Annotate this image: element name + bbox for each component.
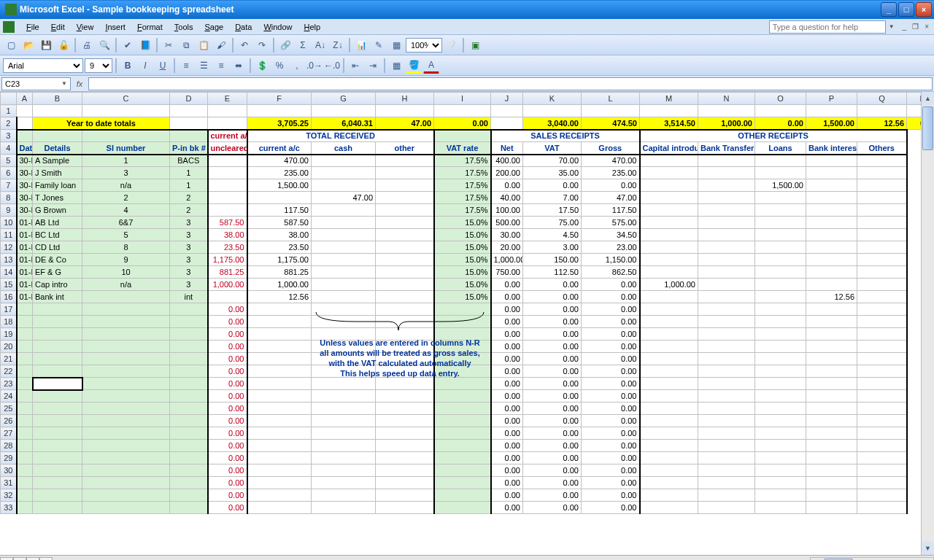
cell[interactable]: 0.00 (582, 502, 640, 514)
cell-L[interactable]: 0.00 (523, 279, 582, 291)
cell-L[interactable]: 150.00 (523, 254, 582, 266)
cell[interactable] (82, 502, 170, 514)
bold-icon[interactable]: B (120, 58, 136, 74)
cell-N[interactable] (640, 204, 698, 217)
cell[interactable] (434, 130, 491, 142)
row-header-28[interactable]: 28 (1, 440, 17, 452)
name-box[interactable]: C23▼ (1, 77, 71, 90)
cell-Q[interactable]: 12.56 (806, 291, 857, 303)
col-header-F[interactable]: F (247, 93, 312, 105)
cell-O[interactable] (698, 179, 755, 192)
copy-icon[interactable]: ⧉ (178, 37, 194, 53)
cell[interactable] (755, 341, 806, 353)
cell[interactable] (434, 328, 491, 341)
cell[interactable] (33, 316, 82, 328)
increase-indent-icon[interactable]: ⇥ (365, 58, 381, 74)
cell-Q[interactable] (806, 266, 857, 279)
total-G[interactable]: 6,040.31 (312, 117, 376, 130)
hdr-uncleared[interactable]: uncleared items (208, 142, 247, 155)
save-icon[interactable]: 💾 (38, 37, 54, 53)
cell[interactable]: 0.00 (208, 341, 247, 353)
row-header-24[interactable]: 24 (1, 390, 17, 402)
hdr-net[interactable]: Net (491, 142, 523, 155)
cell[interactable] (806, 390, 857, 402)
pivot-icon[interactable]: ▦ (388, 37, 404, 53)
print-icon[interactable]: 🖨 (79, 37, 95, 53)
namebox-dropdown-icon[interactable]: ▼ (61, 80, 67, 87)
cell[interactable] (491, 117, 523, 130)
cell[interactable] (17, 452, 33, 464)
cell-J[interactable]: 15.0% (434, 229, 491, 241)
row-header-3[interactable]: 3 (1, 130, 17, 142)
cell[interactable] (376, 464, 434, 477)
cell[interactable] (640, 427, 698, 440)
total-M[interactable]: 3,514.50 (640, 117, 698, 130)
cell[interactable] (170, 316, 208, 328)
cell[interactable]: 0.00 (523, 365, 582, 378)
cell-details[interactable]: A Sample (33, 155, 82, 167)
cell[interactable] (17, 464, 33, 477)
cell[interactable] (33, 105, 82, 117)
fx-icon[interactable]: fx (72, 79, 87, 88)
cell[interactable] (33, 452, 82, 464)
total-L[interactable]: 474.50 (582, 117, 640, 130)
cell[interactable] (312, 316, 376, 328)
cell-G[interactable]: 38.00 (247, 229, 312, 241)
cell-I[interactable] (376, 204, 434, 217)
cell-O[interactable] (698, 279, 755, 291)
cell[interactable] (857, 341, 907, 353)
cell[interactable] (698, 427, 755, 440)
cell[interactable] (247, 502, 312, 514)
cell[interactable] (698, 105, 755, 117)
col-header-A[interactable]: A (17, 93, 33, 105)
cell-R[interactable] (857, 291, 907, 303)
total-I[interactable]: 0.00 (434, 117, 491, 130)
cell[interactable] (17, 415, 33, 427)
cell-N[interactable] (640, 217, 698, 229)
cell-M[interactable]: 470.00 (582, 155, 640, 167)
cell[interactable] (806, 378, 857, 390)
cell[interactable] (312, 390, 376, 402)
cell[interactable] (857, 477, 907, 489)
cell-G[interactable]: 1,000.00 (247, 279, 312, 291)
cell[interactable] (312, 402, 376, 415)
cell-N[interactable] (640, 266, 698, 279)
row-header-33[interactable]: 33 (1, 502, 17, 514)
cell-F[interactable]: 587.50 (208, 217, 247, 229)
currency-icon[interactable]: 💲 (254, 58, 270, 74)
cell-F[interactable]: 38.00 (208, 229, 247, 241)
hdr-other-receipts[interactable]: OTHER RECEIPTS (640, 130, 907, 142)
cell[interactable] (17, 130, 33, 142)
cell-si[interactable]: 6&7 (82, 217, 170, 229)
cell-K[interactable]: 1,000.00 (491, 254, 523, 266)
cell[interactable] (17, 341, 33, 353)
col-header-E[interactable]: E (208, 93, 247, 105)
hdr-total-received[interactable]: TOTAL RECEIVED (247, 130, 434, 142)
print-preview-icon[interactable]: 🔍 (96, 37, 112, 53)
cell-H[interactable] (312, 155, 376, 167)
cell-N[interactable] (640, 229, 698, 241)
cell[interactable] (698, 365, 755, 378)
cell[interactable] (170, 117, 208, 130)
cell[interactable] (755, 303, 806, 316)
cell[interactable] (33, 415, 82, 427)
row-header-12[interactable]: 12 (1, 241, 17, 254)
format-painter-icon[interactable]: 🖌 (213, 37, 229, 53)
cell[interactable] (640, 440, 698, 452)
cell-date[interactable]: 01-Dec-08 (17, 254, 33, 266)
cell[interactable] (640, 390, 698, 402)
cell-Q[interactable] (806, 254, 857, 266)
cell[interactable] (247, 303, 312, 316)
cell[interactable]: 0.00 (491, 390, 523, 402)
cell-P[interactable] (755, 241, 806, 254)
cell-H[interactable] (312, 167, 376, 179)
cell-details[interactable]: T Jones (33, 192, 82, 204)
cell-pin[interactable]: BACS (170, 155, 208, 167)
cell[interactable] (82, 105, 170, 117)
cell-details[interactable]: G Brown (33, 204, 82, 217)
vertical-scrollbar[interactable]: ▲ ▼ (921, 92, 934, 555)
cell[interactable] (698, 502, 755, 514)
cell[interactable]: 0.00 (582, 415, 640, 427)
cell-si[interactable] (82, 291, 170, 303)
cell[interactable] (640, 341, 698, 353)
